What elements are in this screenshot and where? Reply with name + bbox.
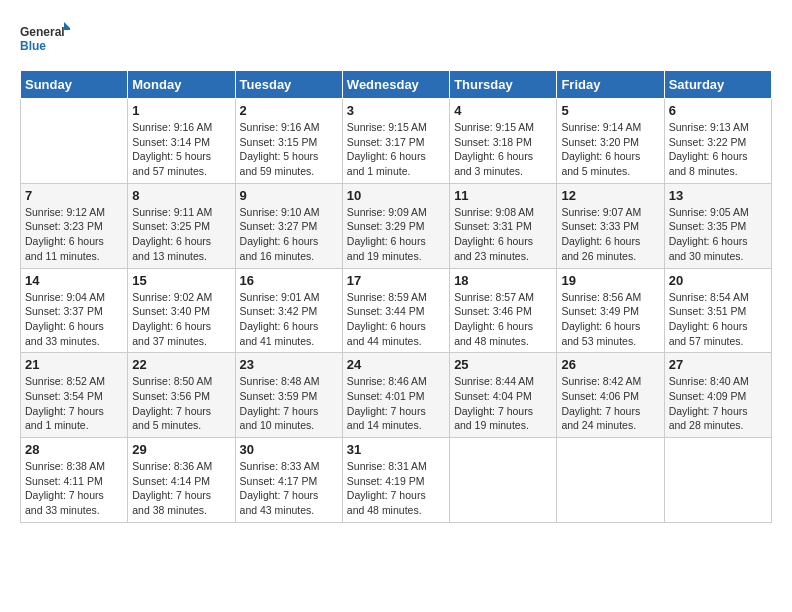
day-number: 24 (347, 357, 445, 372)
svg-text:Blue: Blue (20, 39, 46, 53)
day-info: Sunrise: 9:16 AM Sunset: 3:14 PM Dayligh… (132, 120, 230, 179)
day-info: Sunrise: 8:59 AM Sunset: 3:44 PM Dayligh… (347, 290, 445, 349)
calendar-day-cell: 9Sunrise: 9:10 AM Sunset: 3:27 PM Daylig… (235, 183, 342, 268)
calendar-day-cell: 14Sunrise: 9:04 AM Sunset: 3:37 PM Dayli… (21, 268, 128, 353)
calendar-day-cell: 12Sunrise: 9:07 AM Sunset: 3:33 PM Dayli… (557, 183, 664, 268)
calendar-day-cell (664, 438, 771, 523)
day-info: Sunrise: 8:57 AM Sunset: 3:46 PM Dayligh… (454, 290, 552, 349)
day-info: Sunrise: 8:48 AM Sunset: 3:59 PM Dayligh… (240, 374, 338, 433)
calendar-day-cell: 21Sunrise: 8:52 AM Sunset: 3:54 PM Dayli… (21, 353, 128, 438)
day-of-week-header: Thursday (450, 71, 557, 99)
day-number: 2 (240, 103, 338, 118)
day-number: 18 (454, 273, 552, 288)
day-number: 15 (132, 273, 230, 288)
day-info: Sunrise: 8:54 AM Sunset: 3:51 PM Dayligh… (669, 290, 767, 349)
calendar-day-cell: 1Sunrise: 9:16 AM Sunset: 3:14 PM Daylig… (128, 99, 235, 184)
day-info: Sunrise: 8:40 AM Sunset: 4:09 PM Dayligh… (669, 374, 767, 433)
calendar-day-cell: 5Sunrise: 9:14 AM Sunset: 3:20 PM Daylig… (557, 99, 664, 184)
day-number: 26 (561, 357, 659, 372)
day-info: Sunrise: 9:08 AM Sunset: 3:31 PM Dayligh… (454, 205, 552, 264)
day-number: 19 (561, 273, 659, 288)
calendar-day-cell: 22Sunrise: 8:50 AM Sunset: 3:56 PM Dayli… (128, 353, 235, 438)
day-info: Sunrise: 8:52 AM Sunset: 3:54 PM Dayligh… (25, 374, 123, 433)
day-number: 30 (240, 442, 338, 457)
day-number: 6 (669, 103, 767, 118)
day-info: Sunrise: 9:04 AM Sunset: 3:37 PM Dayligh… (25, 290, 123, 349)
calendar-day-cell: 11Sunrise: 9:08 AM Sunset: 3:31 PM Dayli… (450, 183, 557, 268)
day-number: 31 (347, 442, 445, 457)
calendar-day-cell: 29Sunrise: 8:36 AM Sunset: 4:14 PM Dayli… (128, 438, 235, 523)
day-number: 1 (132, 103, 230, 118)
calendar-day-cell: 27Sunrise: 8:40 AM Sunset: 4:09 PM Dayli… (664, 353, 771, 438)
day-info: Sunrise: 9:13 AM Sunset: 3:22 PM Dayligh… (669, 120, 767, 179)
day-number: 16 (240, 273, 338, 288)
day-of-week-header: Saturday (664, 71, 771, 99)
day-info: Sunrise: 9:16 AM Sunset: 3:15 PM Dayligh… (240, 120, 338, 179)
day-info: Sunrise: 8:31 AM Sunset: 4:19 PM Dayligh… (347, 459, 445, 518)
calendar-day-cell: 30Sunrise: 8:33 AM Sunset: 4:17 PM Dayli… (235, 438, 342, 523)
day-number: 21 (25, 357, 123, 372)
calendar-day-cell: 19Sunrise: 8:56 AM Sunset: 3:49 PM Dayli… (557, 268, 664, 353)
day-info: Sunrise: 8:50 AM Sunset: 3:56 PM Dayligh… (132, 374, 230, 433)
day-info: Sunrise: 8:56 AM Sunset: 3:49 PM Dayligh… (561, 290, 659, 349)
day-info: Sunrise: 9:15 AM Sunset: 3:18 PM Dayligh… (454, 120, 552, 179)
day-of-week-header: Friday (557, 71, 664, 99)
calendar-day-cell: 18Sunrise: 8:57 AM Sunset: 3:46 PM Dayli… (450, 268, 557, 353)
calendar-day-cell: 8Sunrise: 9:11 AM Sunset: 3:25 PM Daylig… (128, 183, 235, 268)
calendar-header-row: SundayMondayTuesdayWednesdayThursdayFrid… (21, 71, 772, 99)
calendar-day-cell: 23Sunrise: 8:48 AM Sunset: 3:59 PM Dayli… (235, 353, 342, 438)
logo: General Blue (20, 20, 70, 60)
calendar-day-cell: 3Sunrise: 9:15 AM Sunset: 3:17 PM Daylig… (342, 99, 449, 184)
calendar-day-cell (450, 438, 557, 523)
day-number: 17 (347, 273, 445, 288)
day-info: Sunrise: 9:14 AM Sunset: 3:20 PM Dayligh… (561, 120, 659, 179)
day-number: 20 (669, 273, 767, 288)
day-info: Sunrise: 9:02 AM Sunset: 3:40 PM Dayligh… (132, 290, 230, 349)
calendar-week-row: 7Sunrise: 9:12 AM Sunset: 3:23 PM Daylig… (21, 183, 772, 268)
header: General Blue (20, 20, 772, 60)
svg-marker-2 (64, 22, 70, 30)
calendar-day-cell: 28Sunrise: 8:38 AM Sunset: 4:11 PM Dayli… (21, 438, 128, 523)
calendar-day-cell: 13Sunrise: 9:05 AM Sunset: 3:35 PM Dayli… (664, 183, 771, 268)
calendar-day-cell: 15Sunrise: 9:02 AM Sunset: 3:40 PM Dayli… (128, 268, 235, 353)
day-of-week-header: Tuesday (235, 71, 342, 99)
day-info: Sunrise: 9:12 AM Sunset: 3:23 PM Dayligh… (25, 205, 123, 264)
calendar-day-cell: 6Sunrise: 9:13 AM Sunset: 3:22 PM Daylig… (664, 99, 771, 184)
calendar-day-cell: 16Sunrise: 9:01 AM Sunset: 3:42 PM Dayli… (235, 268, 342, 353)
day-number: 9 (240, 188, 338, 203)
calendar-day-cell: 2Sunrise: 9:16 AM Sunset: 3:15 PM Daylig… (235, 99, 342, 184)
day-info: Sunrise: 9:09 AM Sunset: 3:29 PM Dayligh… (347, 205, 445, 264)
calendar-table: SundayMondayTuesdayWednesdayThursdayFrid… (20, 70, 772, 523)
day-info: Sunrise: 8:38 AM Sunset: 4:11 PM Dayligh… (25, 459, 123, 518)
calendar-day-cell: 4Sunrise: 9:15 AM Sunset: 3:18 PM Daylig… (450, 99, 557, 184)
svg-text:General: General (20, 25, 65, 39)
day-number: 28 (25, 442, 123, 457)
calendar-body: 1Sunrise: 9:16 AM Sunset: 3:14 PM Daylig… (21, 99, 772, 523)
calendar-day-cell: 24Sunrise: 8:46 AM Sunset: 4:01 PM Dayli… (342, 353, 449, 438)
day-info: Sunrise: 8:33 AM Sunset: 4:17 PM Dayligh… (240, 459, 338, 518)
day-number: 8 (132, 188, 230, 203)
day-number: 3 (347, 103, 445, 118)
calendar-day-cell (557, 438, 664, 523)
day-number: 29 (132, 442, 230, 457)
calendar-day-cell (21, 99, 128, 184)
day-info: Sunrise: 9:15 AM Sunset: 3:17 PM Dayligh… (347, 120, 445, 179)
day-info: Sunrise: 9:10 AM Sunset: 3:27 PM Dayligh… (240, 205, 338, 264)
calendar-week-row: 28Sunrise: 8:38 AM Sunset: 4:11 PM Dayli… (21, 438, 772, 523)
calendar-day-cell: 7Sunrise: 9:12 AM Sunset: 3:23 PM Daylig… (21, 183, 128, 268)
day-of-week-header: Wednesday (342, 71, 449, 99)
day-info: Sunrise: 8:36 AM Sunset: 4:14 PM Dayligh… (132, 459, 230, 518)
calendar-week-row: 21Sunrise: 8:52 AM Sunset: 3:54 PM Dayli… (21, 353, 772, 438)
day-number: 12 (561, 188, 659, 203)
day-number: 4 (454, 103, 552, 118)
calendar-week-row: 14Sunrise: 9:04 AM Sunset: 3:37 PM Dayli… (21, 268, 772, 353)
day-info: Sunrise: 9:07 AM Sunset: 3:33 PM Dayligh… (561, 205, 659, 264)
day-number: 27 (669, 357, 767, 372)
day-info: Sunrise: 8:46 AM Sunset: 4:01 PM Dayligh… (347, 374, 445, 433)
calendar-day-cell: 31Sunrise: 8:31 AM Sunset: 4:19 PM Dayli… (342, 438, 449, 523)
day-info: Sunrise: 9:05 AM Sunset: 3:35 PM Dayligh… (669, 205, 767, 264)
calendar-day-cell: 25Sunrise: 8:44 AM Sunset: 4:04 PM Dayli… (450, 353, 557, 438)
day-number: 22 (132, 357, 230, 372)
calendar-day-cell: 17Sunrise: 8:59 AM Sunset: 3:44 PM Dayli… (342, 268, 449, 353)
day-info: Sunrise: 9:01 AM Sunset: 3:42 PM Dayligh… (240, 290, 338, 349)
